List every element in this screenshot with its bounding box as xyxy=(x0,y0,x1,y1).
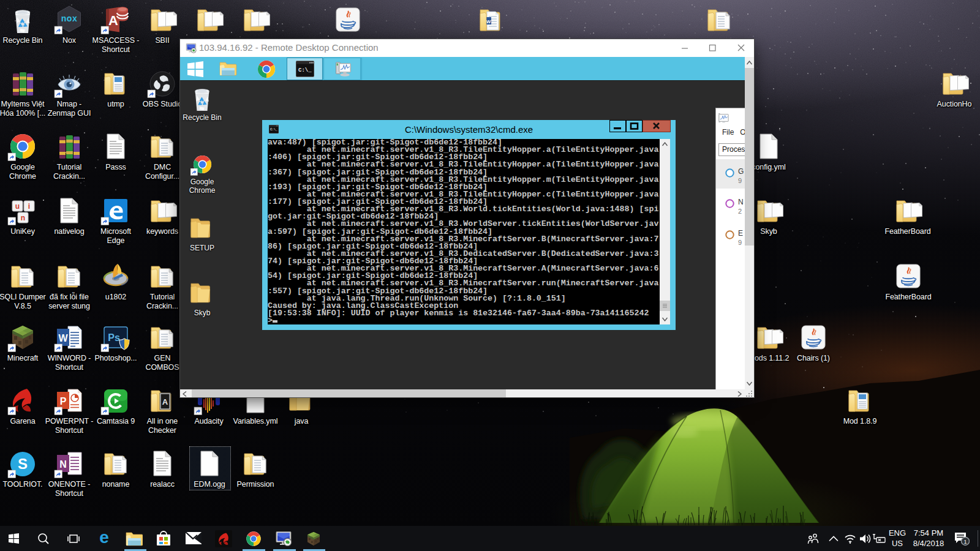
svg-text:1: 1 xyxy=(963,539,967,545)
